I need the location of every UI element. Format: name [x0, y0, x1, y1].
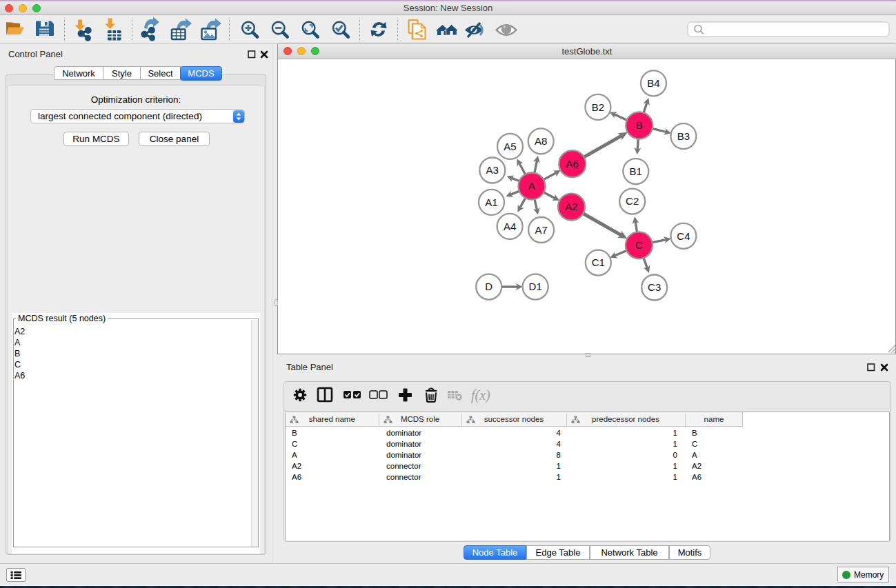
svg-text:C3: C3 [648, 281, 661, 293]
svg-text:B1: B1 [630, 165, 642, 177]
svg-text:B2: B2 [592, 101, 604, 113]
svg-text:B: B [636, 119, 643, 131]
svg-text:C1: C1 [592, 256, 605, 268]
svg-text:C2: C2 [626, 195, 639, 207]
svg-text:A: A [528, 180, 535, 192]
svg-text:A6: A6 [566, 158, 579, 170]
svg-text:f(x): f(x) [471, 387, 490, 403]
svg-text:C: C [635, 239, 643, 251]
svg-text:C4: C4 [677, 230, 690, 242]
svg-text:A8: A8 [535, 135, 547, 147]
svg-text:A1: A1 [485, 196, 497, 208]
svg-text:B3: B3 [677, 130, 690, 142]
svg-text:A2: A2 [565, 201, 577, 212]
svg-text:A3: A3 [486, 164, 499, 176]
svg-text:D1: D1 [529, 281, 542, 292]
svg-text:A5: A5 [504, 141, 516, 152]
svg-text:D: D [485, 281, 492, 292]
svg-text:B4: B4 [647, 77, 659, 89]
svg-text:A7: A7 [535, 224, 547, 236]
svg-text:A4: A4 [504, 221, 516, 232]
